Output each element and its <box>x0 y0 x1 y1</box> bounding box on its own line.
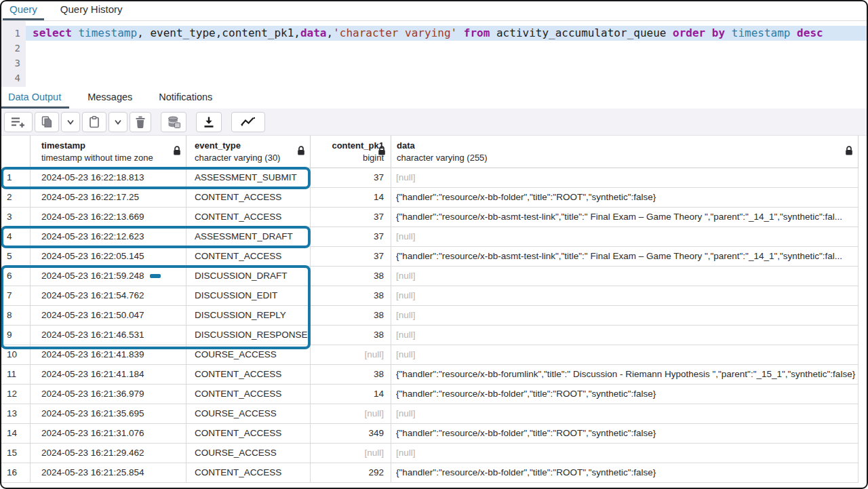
content-pk1-cell[interactable]: 349 <box>311 424 391 443</box>
data-cell[interactable]: {"handler":"resource/x-bb-asmt-test-link… <box>391 247 859 266</box>
event-type-cell[interactable]: DISCUSSION_RESPONSE <box>186 326 311 345</box>
row-number[interactable]: 8 <box>0 306 31 325</box>
content-pk1-cell[interactable]: 37 <box>311 208 391 227</box>
row-number[interactable]: 7 <box>0 286 31 305</box>
content-pk1-cell[interactable]: [null] <box>311 404 391 423</box>
content-pk1-cell[interactable]: 37 <box>311 227 391 246</box>
timestamp-cell[interactable]: 2024-05-23 16:21:36.979 <box>31 385 186 404</box>
data-cell[interactable]: [null] <box>391 345 859 364</box>
row-number[interactable]: 4 <box>0 227 31 246</box>
data-cell[interactable]: [null] <box>391 326 859 345</box>
event-type-cell[interactable]: COURSE_ACCESS <box>186 444 311 463</box>
event-type-cell[interactable]: ASSESSMENT_SUBMIT <box>186 168 311 187</box>
timestamp-cell[interactable]: 2024-05-23 16:21:41.184 <box>31 365 186 384</box>
event-type-cell[interactable]: ASSESSMENT_DRAFT <box>186 227 311 246</box>
data-cell[interactable]: {"handler":"resource/x-bb-forumlink","ti… <box>391 365 859 384</box>
table-row[interactable]: 122024-05-23 16:21:36.979CONTENT_ACCESS1… <box>0 385 859 404</box>
event-type-cell[interactable]: CONTENT_ACCESS <box>186 365 311 384</box>
tab-query[interactable]: Query <box>3 0 44 20</box>
row-number[interactable]: 14 <box>0 424 31 443</box>
row-number[interactable]: 15 <box>0 444 31 463</box>
timestamp-cell[interactable]: 2024-05-23 16:21:54.762 <box>31 286 186 305</box>
timestamp-cell[interactable]: 2024-05-23 16:21:59.248 <box>31 267 186 286</box>
data-cell[interactable]: {"handler":"resource/x-bb-folder","title… <box>391 188 859 207</box>
row-number[interactable]: 2 <box>0 188 31 207</box>
sql-editor[interactable]: 1 2 3 4 select timestamp, event_type,con… <box>0 21 868 87</box>
row-number[interactable]: 12 <box>0 385 31 404</box>
timestamp-cell[interactable]: 2024-05-23 16:22:05.145 <box>31 247 186 266</box>
event-type-cell[interactable]: CONTENT_ACCESS <box>186 385 311 404</box>
data-cell[interactable]: {"handler":"resource/x-bb-folder","title… <box>391 463 859 482</box>
table-row[interactable]: 12024-05-23 16:22:18.813ASSESSMENT_SUBMI… <box>0 168 859 188</box>
column-header-data[interactable]: datacharacter varying (255) <box>391 136 859 168</box>
row-number[interactable]: 10 <box>0 345 31 364</box>
event-type-cell[interactable]: CONTENT_ACCESS <box>186 424 311 443</box>
data-cell[interactable]: [null] <box>391 286 859 305</box>
tab-messages[interactable]: Messages <box>79 87 140 109</box>
timestamp-cell[interactable]: 2024-05-23 16:21:29.462 <box>31 444 186 463</box>
data-cell[interactable]: [null] <box>391 444 859 463</box>
paste-options-button[interactable] <box>108 112 127 132</box>
content-pk1-cell[interactable]: 38 <box>311 306 391 325</box>
timestamp-cell[interactable]: 2024-05-23 16:22:12.623 <box>31 227 186 246</box>
content-pk1-cell[interactable]: 14 <box>311 385 391 404</box>
column-header-event_type[interactable]: event_typecharacter varying (30) <box>186 136 311 168</box>
table-row[interactable]: 152024-05-23 16:21:29.462COURSE_ACCESS[n… <box>0 444 859 463</box>
row-number[interactable]: 1 <box>0 168 31 187</box>
save-data-changes-button[interactable] <box>161 112 186 132</box>
sql-line-4[interactable] <box>26 71 868 85</box>
content-pk1-cell[interactable]: 37 <box>311 168 391 187</box>
content-pk1-cell[interactable]: 14 <box>311 188 391 207</box>
copy-button[interactable] <box>35 112 59 132</box>
table-row[interactable]: 42024-05-23 16:22:12.623ASSESSMENT_DRAFT… <box>0 227 859 247</box>
timestamp-cell[interactable]: 2024-05-23 16:21:31.076 <box>31 424 186 443</box>
row-number[interactable]: 9 <box>0 326 31 345</box>
table-row[interactable]: 162024-05-23 16:21:25.854CONTENT_ACCESS2… <box>0 463 859 483</box>
data-cell[interactable]: [null] <box>391 267 859 286</box>
content-pk1-cell[interactable]: 38 <box>311 286 391 305</box>
timestamp-cell[interactable]: 2024-05-23 16:22:13.669 <box>31 208 186 227</box>
event-type-cell[interactable]: DISCUSSION_REPLY <box>186 306 311 325</box>
timestamp-cell[interactable]: 2024-05-23 16:22:18.813 <box>31 168 186 187</box>
graph-visualiser-button[interactable] <box>231 112 265 132</box>
download-results-button[interactable] <box>196 112 222 132</box>
data-cell[interactable]: {"handler":"resource/x-bb-folder","title… <box>391 385 859 404</box>
column-header-timestamp[interactable]: timestamptimestamp without time zone <box>31 136 186 168</box>
table-row[interactable]: 142024-05-23 16:21:31.076CONTENT_ACCESS3… <box>0 424 859 444</box>
data-cell[interactable]: {"handler":"resource/x-bb-folder","title… <box>391 424 859 443</box>
event-type-cell[interactable]: CONTENT_ACCESS <box>186 463 311 482</box>
table-row[interactable]: 32024-05-23 16:22:13.669CONTENT_ACCESS37… <box>0 208 859 227</box>
content-pk1-cell[interactable]: 37 <box>311 247 391 266</box>
event-type-cell[interactable]: COURSE_ACCESS <box>186 404 311 423</box>
content-pk1-cell[interactable]: 38 <box>311 326 391 345</box>
row-number[interactable]: 6 <box>0 267 31 286</box>
delete-row-button[interactable] <box>130 112 151 132</box>
data-cell[interactable]: [null] <box>391 227 859 246</box>
timestamp-cell[interactable]: 2024-05-23 16:21:50.047 <box>31 306 186 325</box>
table-row[interactable]: 72024-05-23 16:21:54.762DISCUSSION_EDIT3… <box>0 286 859 306</box>
content-pk1-cell[interactable]: 38 <box>311 267 391 286</box>
row-number[interactable]: 11 <box>0 365 31 384</box>
content-pk1-cell[interactable]: [null] <box>311 345 391 364</box>
event-type-cell[interactable]: CONTENT_ACCESS <box>186 208 311 227</box>
content-pk1-cell[interactable]: 292 <box>311 463 391 482</box>
paste-button[interactable] <box>82 112 106 132</box>
sql-line-2[interactable] <box>26 41 868 56</box>
sql-line-3[interactable] <box>26 56 868 71</box>
table-row[interactable]: 112024-05-23 16:21:41.184CONTENT_ACCESS3… <box>0 365 859 385</box>
tab-query-history[interactable]: Query History <box>54 0 130 20</box>
tab-notifications[interactable]: Notifications <box>151 87 220 109</box>
timestamp-cell[interactable]: 2024-05-23 16:22:17.25 <box>31 188 186 207</box>
table-row[interactable]: 62024-05-23 16:21:59.248DISCUSSION_DRAFT… <box>0 267 859 286</box>
event-type-cell[interactable]: COURSE_ACCESS <box>186 345 311 364</box>
table-row[interactable]: 82024-05-23 16:21:50.047DISCUSSION_REPLY… <box>0 306 859 326</box>
tab-data-output[interactable]: Data Output <box>0 87 69 109</box>
table-row[interactable]: 22024-05-23 16:22:17.25CONTENT_ACCESS14{… <box>0 188 859 208</box>
table-row[interactable]: 132024-05-23 16:21:35.695COURSE_ACCESS[n… <box>0 404 859 424</box>
add-row-button[interactable] <box>4 112 33 132</box>
timestamp-cell[interactable]: 2024-05-23 16:21:35.695 <box>31 404 186 423</box>
row-number[interactable]: 13 <box>0 404 31 423</box>
event-type-cell[interactable]: DISCUSSION_EDIT <box>186 286 311 305</box>
event-type-cell[interactable]: CONTENT_ACCESS <box>186 247 311 266</box>
data-cell[interactable]: [null] <box>391 306 859 325</box>
